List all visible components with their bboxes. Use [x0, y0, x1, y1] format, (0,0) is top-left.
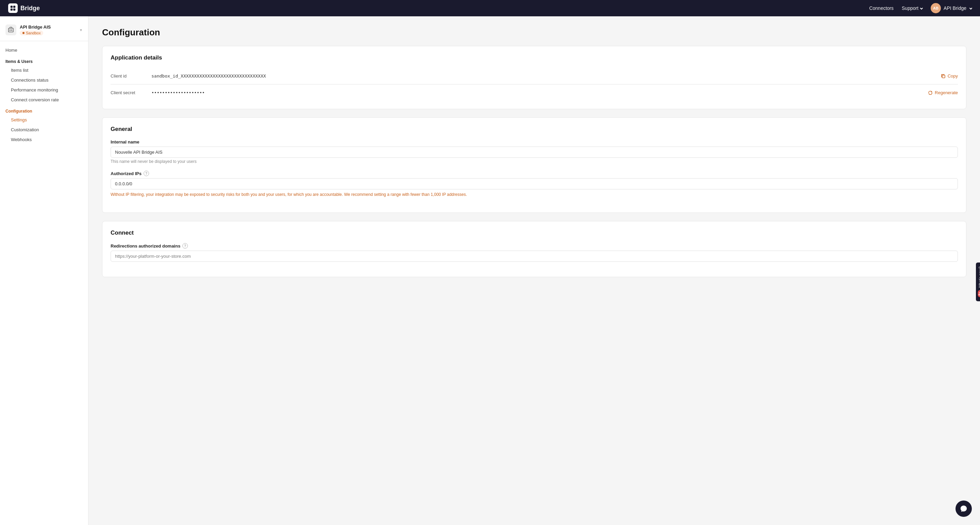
topbar: Bridge Connectors Support AB API Bridge — [0, 0, 980, 16]
internal-name-hint: This name will never be displayed to you… — [111, 159, 958, 164]
sidebar-item-webhooks[interactable]: Webhooks — [0, 135, 88, 144]
copy-icon — [941, 74, 946, 79]
company-name: API Bridge AIS — [20, 24, 76, 30]
client-id-value: sandbox_id_XXXXXXXXXXXXXXXXXXXXXXXXXXXXX… — [151, 73, 935, 79]
internal-name-group: Internal name This name will never be di… — [111, 140, 958, 164]
regenerate-button[interactable]: Regenerate — [928, 90, 958, 95]
connect-title: Connect — [111, 230, 958, 236]
sidebar-item-items-list[interactable]: Items list — [0, 65, 88, 75]
redirections-help-icon[interactable]: ? — [182, 243, 188, 249]
authorized-ips-help-icon[interactable]: ? — [143, 171, 149, 176]
main-content: Configuration Application details Client… — [89, 16, 980, 525]
page-title: Configuration — [102, 27, 966, 38]
svg-rect-2 — [11, 8, 13, 11]
svg-rect-5 — [10, 30, 11, 30]
authorized-ips-input[interactable] — [111, 178, 958, 189]
layout: API Bridge AIS Sandbox ▼ Home Items & Us… — [0, 16, 980, 525]
redirections-group: Redirections authorized domains ? — [111, 243, 958, 262]
redirections-input[interactable] — [111, 251, 958, 262]
topbar-support[interactable]: Support — [902, 5, 923, 11]
sidebar-item-connections-status[interactable]: Connections status — [0, 75, 88, 85]
svg-rect-4 — [8, 28, 13, 32]
internal-name-label: Internal name — [111, 140, 958, 144]
authorized-ips-label: Authorized IPs ? — [111, 171, 958, 176]
client-secret-row: Client secret •••••••••••••••••••• Regen… — [111, 85, 958, 101]
client-secret-label: Client secret — [111, 90, 151, 95]
company-icon — [5, 24, 16, 35]
regenerate-icon — [928, 90, 933, 95]
username: API Bridge — [943, 5, 966, 11]
company-selector[interactable]: API Bridge AIS Sandbox ▼ — [0, 22, 88, 41]
whats-new-button[interactable]: 9+ What's new? — [976, 262, 980, 301]
avatar: AB — [931, 3, 941, 13]
topbar-connectors[interactable]: Connectors — [869, 5, 894, 11]
connect-card: Connect Redirections authorized domains … — [102, 221, 966, 277]
logo-text: Bridge — [21, 5, 40, 12]
client-secret-value: •••••••••••••••••••• — [151, 90, 923, 95]
sidebar-section-configuration: Configuration — [0, 105, 88, 115]
sidebar-item-performance-monitoring[interactable]: Performance monitoring — [0, 85, 88, 95]
svg-rect-1 — [13, 6, 15, 8]
ip-warning: Without IP filtering, your integration m… — [111, 192, 958, 198]
topbar-user[interactable]: AB API Bridge — [931, 3, 972, 13]
internal-name-input[interactable] — [111, 146, 958, 158]
sandbox-dot — [22, 32, 24, 34]
sidebar-item-customization[interactable]: Customization — [0, 125, 88, 135]
sidebar: API Bridge AIS Sandbox ▼ Home Items & Us… — [0, 16, 89, 525]
redirections-label: Redirections authorized domains ? — [111, 243, 958, 249]
svg-rect-6 — [11, 30, 12, 30]
general-title: General — [111, 126, 958, 133]
sidebar-item-home[interactable]: Home — [0, 45, 88, 55]
copy-button[interactable]: Copy — [941, 73, 958, 79]
user-chevron-icon — [969, 7, 972, 10]
application-details-card: Application details Client id sandbox_id… — [102, 46, 966, 109]
support-chevron-icon — [920, 7, 923, 10]
sidebar-item-settings[interactable]: Settings — [0, 115, 88, 125]
chat-icon — [960, 505, 967, 512]
company-chevron-icon: ▼ — [79, 28, 83, 32]
whats-new-badge: 9+ — [978, 290, 980, 297]
svg-rect-7 — [942, 75, 945, 78]
sidebar-item-connect-conversion-rate[interactable]: Connect conversion rate — [0, 95, 88, 105]
svg-rect-3 — [13, 8, 15, 11]
svg-rect-0 — [11, 6, 13, 8]
logo-icon — [8, 3, 18, 13]
chat-button[interactable] — [956, 501, 972, 517]
topbar-nav: Connectors Support — [869, 5, 923, 11]
company-info: API Bridge AIS Sandbox — [20, 24, 76, 35]
sandbox-badge: Sandbox — [20, 30, 43, 35]
authorized-ips-group: Authorized IPs ? Without IP filtering, y… — [111, 171, 958, 198]
client-id-label: Client id — [111, 73, 151, 79]
client-id-row: Client id sandbox_id_XXXXXXXXXXXXXXXXXXX… — [111, 68, 958, 84]
logo[interactable]: Bridge — [8, 3, 40, 13]
application-details-title: Application details — [111, 54, 958, 61]
sidebar-section-items-users: Items & Users — [0, 55, 88, 65]
general-card: General Internal name This name will nev… — [102, 117, 966, 213]
whats-new-label: What's new? — [978, 266, 980, 288]
